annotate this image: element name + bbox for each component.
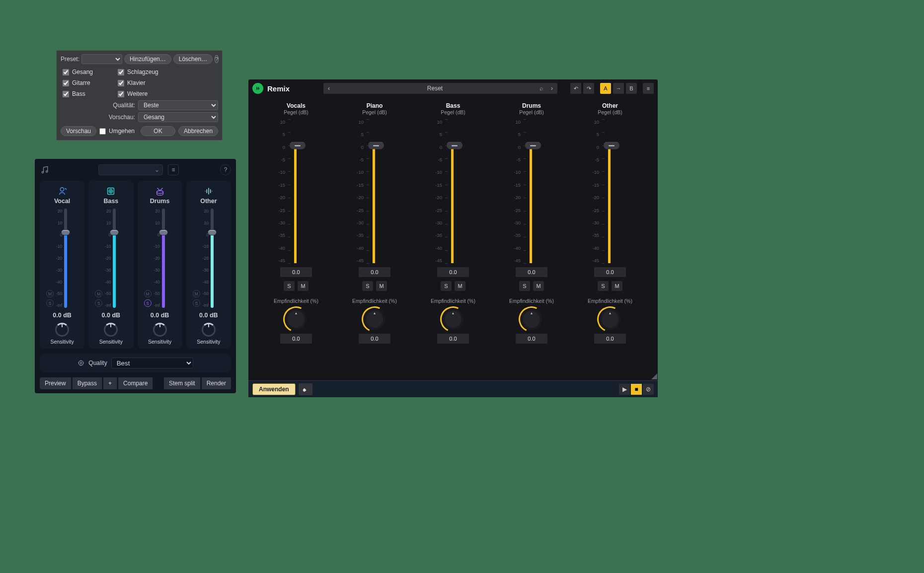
- sensitivity-knob[interactable]: [443, 309, 463, 330]
- solo-button[interactable]: S: [95, 299, 102, 307]
- level-fader[interactable]: 1050-5-10-15-20-25-30-35-40-45: [585, 119, 635, 263]
- sensitivity-knob[interactable]: [104, 323, 118, 337]
- other-icon: [203, 186, 214, 197]
- redo-icon[interactable]: ↷: [583, 83, 594, 94]
- level-fader[interactable]: 20100-10-20-30-40-50-InfMS: [144, 209, 176, 308]
- sensitivity-value[interactable]: 0.0: [594, 334, 626, 344]
- mute-button[interactable]: M: [193, 290, 200, 297]
- level-fader[interactable]: 1050-5-10-15-20-25-30-35-40-45: [271, 119, 321, 263]
- play-icon[interactable]: [252, 83, 263, 94]
- sensitivity-knob[interactable]: [202, 323, 216, 337]
- sensitivity-knob[interactable]: [364, 309, 385, 330]
- compare-button[interactable]: Compare: [118, 377, 153, 389]
- mute-button[interactable]: M: [455, 281, 465, 291]
- level-value[interactable]: 0.0: [516, 267, 547, 277]
- solo-button[interactable]: S: [598, 281, 609, 291]
- level-value[interactable]: 0.0: [437, 267, 469, 277]
- ok-button[interactable]: OK: [141, 126, 175, 136]
- transport-play-icon[interactable]: ▶: [619, 384, 630, 395]
- stem-checkbox[interactable]: Gitarre: [63, 79, 93, 86]
- svg-point-7: [80, 362, 82, 364]
- preset-dropdown[interactable]: ⌄: [98, 164, 163, 175]
- level-fader[interactable]: 20100-10-20-30-40-50-InfMS: [95, 209, 127, 308]
- stem-checkbox[interactable]: Klavier: [118, 79, 158, 86]
- level-fader[interactable]: 1050-5-10-15-20-25-30-35-40-45: [428, 119, 478, 263]
- sensitivity-value[interactable]: 0.0: [280, 334, 312, 344]
- mute-button[interactable]: M: [298, 281, 308, 291]
- solo-button[interactable]: S: [519, 281, 530, 291]
- sensitivity-knob[interactable]: [521, 309, 542, 330]
- level-value[interactable]: 0.0: [280, 267, 312, 277]
- sensitivity-label: Sensitivity: [197, 339, 220, 345]
- solo-button[interactable]: S: [441, 281, 452, 291]
- level-fader[interactable]: 1050-5-10-15-20-25-30-35-40-45: [507, 119, 556, 263]
- plugin-icon[interactable]: [299, 383, 312, 395]
- preview-button[interactable]: Vorschau: [61, 126, 96, 136]
- level-value: 0.0 dB: [102, 312, 121, 319]
- mute-button[interactable]: M: [612, 281, 622, 291]
- search-icon[interactable]: ⌕: [536, 83, 546, 94]
- sensitivity-knob[interactable]: [286, 309, 307, 330]
- nav-next-icon[interactable]: ›: [546, 83, 557, 94]
- level-value[interactable]: 0.0: [359, 267, 390, 277]
- level-fader[interactable]: 20100-10-20-30-40-50-InfMS: [193, 209, 225, 308]
- stem-checkbox[interactable]: Schlagzeug: [118, 69, 158, 75]
- stem-split-button[interactable]: Stem split: [164, 377, 201, 389]
- apply-button[interactable]: Anwenden: [252, 383, 296, 395]
- sensitivity-value[interactable]: 0.0: [437, 334, 469, 344]
- ab-b-button[interactable]: B: [626, 83, 637, 94]
- mute-button[interactable]: M: [95, 290, 102, 297]
- quality-select[interactable]: Best: [111, 358, 193, 368]
- sensitivity-knob[interactable]: [600, 309, 620, 330]
- help-icon[interactable]: ?: [220, 164, 231, 175]
- nav-prev-icon[interactable]: ‹: [323, 83, 334, 94]
- svg-point-5: [110, 191, 112, 192]
- stem-checks-left: Gesang Gitarre Bass: [63, 69, 93, 97]
- mute-button[interactable]: M: [533, 281, 544, 291]
- plus-button[interactable]: +: [103, 377, 117, 389]
- stem-checkbox[interactable]: Weitere: [118, 90, 158, 97]
- transport-stop-icon[interactable]: ■: [631, 384, 642, 395]
- level-fader[interactable]: 1050-5-10-15-20-25-30-35-40-45: [350, 119, 399, 263]
- sensitivity-value[interactable]: 0.0: [359, 334, 390, 344]
- level-fader[interactable]: 20100-10-20-30-40-50-InfMS: [46, 209, 78, 308]
- mute-button[interactable]: M: [144, 290, 152, 297]
- transport-bypass-icon[interactable]: ⊘: [643, 384, 654, 395]
- render-button[interactable]: Render: [202, 377, 231, 389]
- ab-a-button[interactable]: A: [600, 83, 611, 94]
- preview-select[interactable]: Gesang: [138, 112, 218, 122]
- remix-channel: BassPegel (dB)1050-5-10-15-20-25-30-35-4…: [416, 100, 490, 375]
- add-button[interactable]: Hinzufügen…: [124, 54, 171, 64]
- channel-subtitle: Pegel (dB): [441, 109, 465, 115]
- help-icon[interactable]: ?: [215, 55, 219, 63]
- channel-name: Bass: [103, 198, 118, 205]
- solo-button[interactable]: S: [284, 281, 295, 291]
- resize-handle-icon[interactable]: [651, 373, 657, 379]
- menu-icon[interactable]: ≡: [168, 164, 179, 175]
- stem-checkbox[interactable]: Gesang: [63, 69, 93, 75]
- sensitivity-knob[interactable]: [55, 323, 69, 337]
- solo-button[interactable]: S: [46, 299, 54, 307]
- level-value: 0.0 dB: [53, 312, 72, 319]
- preview-button[interactable]: Preview: [40, 377, 72, 389]
- cancel-button[interactable]: Abbrechen: [178, 126, 218, 136]
- bass-icon: [105, 186, 116, 197]
- sensitivity-value[interactable]: 0.0: [516, 334, 547, 344]
- bypass-checkbox[interactable]: Umgehen: [99, 128, 135, 135]
- preset-name[interactable]: Reset: [334, 83, 536, 94]
- mute-button[interactable]: M: [46, 290, 54, 297]
- preset-select[interactable]: [81, 54, 122, 64]
- sensitivity-knob[interactable]: [153, 323, 167, 337]
- mute-button[interactable]: M: [376, 281, 387, 291]
- solo-button[interactable]: S: [193, 299, 200, 307]
- level-value[interactable]: 0.0: [594, 267, 626, 277]
- bypass-button[interactable]: Bypass: [73, 377, 102, 389]
- ab-copy-icon[interactable]: →: [613, 83, 624, 94]
- quality-select[interactable]: Beste: [138, 100, 218, 110]
- solo-button[interactable]: S: [362, 281, 373, 291]
- stem-checkbox[interactable]: Bass: [63, 90, 93, 97]
- solo-button[interactable]: S: [144, 299, 152, 307]
- undo-icon[interactable]: ↶: [570, 83, 581, 94]
- menu-icon[interactable]: ≡: [643, 83, 654, 94]
- delete-button[interactable]: Löschen…: [173, 54, 213, 64]
